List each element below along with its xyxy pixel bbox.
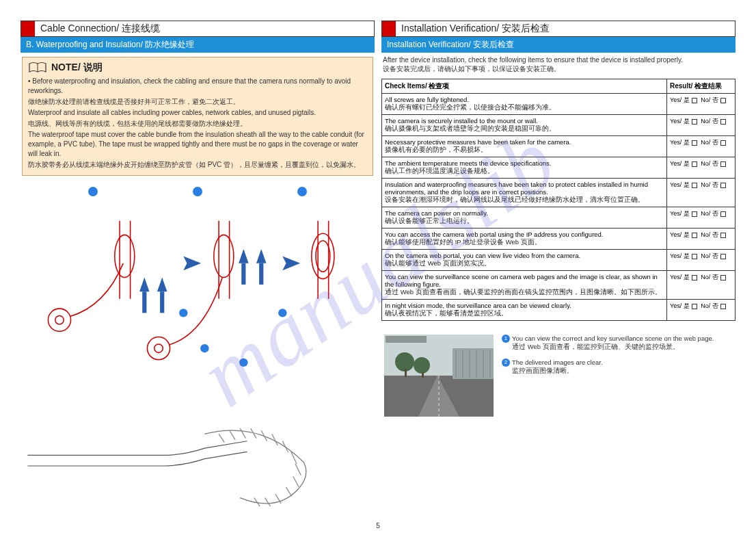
left-sub-header: B. Waterproofing and Insulation/ 防水绝缘处理 [21,37,375,53]
page-container: Cable Connection/ 连接线缆 B. Waterproofing … [0,0,756,535]
intro-zh: 设备安装完成后，请确认如下事项，以保证设备安装正确。 [383,65,561,73]
yes-label: Yes/ 是 [670,118,690,125]
checkbox-no[interactable] [720,254,726,259]
checkbox-no[interactable] [720,233,726,238]
checkbox-no[interactable] [720,140,726,146]
no-label: No/ 否 [701,160,718,167]
wrapping-diagram [21,203,375,408]
checkbox-yes[interactable] [692,119,697,125]
step-dot [88,187,98,196]
check-item-en: You can access the camera web portal usi… [385,231,664,238]
svg-point-7 [147,337,170,360]
check-item-en: Insulation and waterproofing measures ha… [385,181,664,196]
checkbox-yes[interactable] [692,161,697,167]
svg-line-25 [240,428,245,439]
no-label: No/ 否 [701,231,718,238]
checkbox-yes[interactable] [692,140,697,146]
checkbox-no[interactable] [720,275,726,280]
no-label: No/ 否 [701,252,718,259]
note-title-row: NOTE/ 说明 [28,62,367,74]
svg-rect-52 [386,336,427,343]
result-cell: Yes/ 是 No/ 否 [667,250,735,271]
book-icon [28,62,47,74]
page-number: 5 [376,522,380,530]
table-row: Necessary protective measures have been … [382,136,735,157]
check-item-zh: 确认能够使用配置好的 IP 地址登录设备 Web 页面。 [385,238,664,247]
red-marker [382,21,396,36]
svg-rect-14 [241,263,245,285]
step-dot [193,187,202,196]
checkbox-no[interactable] [720,211,726,217]
checkbox-no[interactable] [720,304,726,309]
check-item-cell: Necessary protective measures have been … [382,136,667,157]
result-cell: Yes/ 是 No/ 否 [667,179,735,207]
svg-rect-51 [422,372,424,378]
caption-1-en: You can view the correct and key surveil… [512,335,714,342]
bottom-figure: 1You can view the correct and key survei… [381,335,735,417]
svg-rect-50 [405,369,407,377]
note-item: The waterproof tape must cover the cable… [28,130,367,159]
note-item: Waterproof and insulate all cables inclu… [28,108,367,118]
conduit-diagram [21,411,375,521]
yes-label: Yes/ 是 [670,231,690,238]
caption-badge-2: 2 [502,358,510,367]
checkbox-no[interactable] [720,98,726,103]
check-item-zh: 摄像机有必要的防护，不易损坏。 [385,146,664,155]
checkbox-no[interactable] [720,161,726,167]
svg-line-31 [295,464,301,475]
note-title: NOTE/ 说明 [51,62,103,74]
checkbox-yes[interactable] [692,211,697,217]
check-item-zh: 确认摄像机与支架或者墙壁等之间的安装是稳固可靠的。 [385,125,664,133]
svg-line-35 [265,498,270,506]
caption-1-zh: 通过 Web 页面查看，能监控到正确、关键的监控场景。 [512,343,679,351]
step-dot [297,187,307,196]
result-header: Result/ 检查结果 [667,79,735,94]
caption-2-en: The delivered images are clear. [512,358,603,366]
right-section-title: Installation Verification/ 安装后检查 [396,21,735,36]
caption-2: 2The delivered images are clear. 监控画面图像清… [502,358,733,376]
check-item-cell: On the camera web portal, you can view l… [382,250,667,271]
checkbox-yes[interactable] [692,304,697,309]
check-item-zh: 确认夜视情况下，能够看清楚监控区域。 [385,309,664,318]
yes-label: Yes/ 是 [670,160,690,167]
check-item-cell: You can view the surveillance scene on c… [382,271,667,300]
checkbox-yes[interactable] [692,233,697,238]
yes-label: Yes/ 是 [670,181,690,188]
svg-rect-41 [453,348,494,379]
checkbox-yes[interactable] [692,183,697,188]
step-dots-row [21,187,375,196]
check-item-cell: The camera can power on normally.确认设备能够正… [382,207,667,229]
table-row: The camera is securely installed to the … [382,115,735,136]
table-row: You can view the surveillance scene on c… [382,271,735,300]
checkbox-yes[interactable] [692,98,697,103]
svg-marker-18 [282,256,300,270]
check-item-cell: Insulation and waterproofing measures ha… [382,179,667,207]
no-label: No/ 否 [701,210,718,217]
left-column: Cable Connection/ 连接线缆 B. Waterproofing … [21,21,375,530]
check-item-cell: The ambient temperature meets the device… [382,157,667,179]
check-item-en: The camera is securely installed to the … [385,117,664,125]
yes-label: Yes/ 是 [670,274,690,280]
no-label: No/ 否 [701,302,718,309]
left-section-header: Cable Connection/ 连接线缆 [21,21,375,37]
checkbox-no[interactable] [720,119,726,125]
svg-marker-9 [139,278,150,292]
checkbox-yes[interactable] [692,254,697,259]
check-item-cell: The camera is securely installed to the … [382,115,667,136]
result-cell: Yes/ 是 No/ 否 [667,136,735,157]
check-items-header: Check Items/ 检查项 [382,79,667,94]
svg-line-33 [286,487,292,496]
result-cell: Yes/ 是 No/ 否 [667,94,735,115]
diagram-area [21,180,375,530]
svg-marker-17 [183,256,201,270]
svg-marker-13 [239,249,249,263]
checkbox-yes[interactable] [692,275,697,280]
checkbox-no[interactable] [720,183,726,188]
check-item-cell: In night vision mode, the surveillance a… [382,300,667,321]
result-cell: Yes/ 是 No/ 否 [667,207,735,229]
note-body: • Before waterproofing and insulation, c… [28,77,367,170]
yes-label: Yes/ 是 [670,252,690,259]
red-marker [21,21,35,36]
check-item-en: All screws are fully tightened. [385,96,664,103]
check-item-en: You can view the surveillance scene on c… [385,273,664,288]
